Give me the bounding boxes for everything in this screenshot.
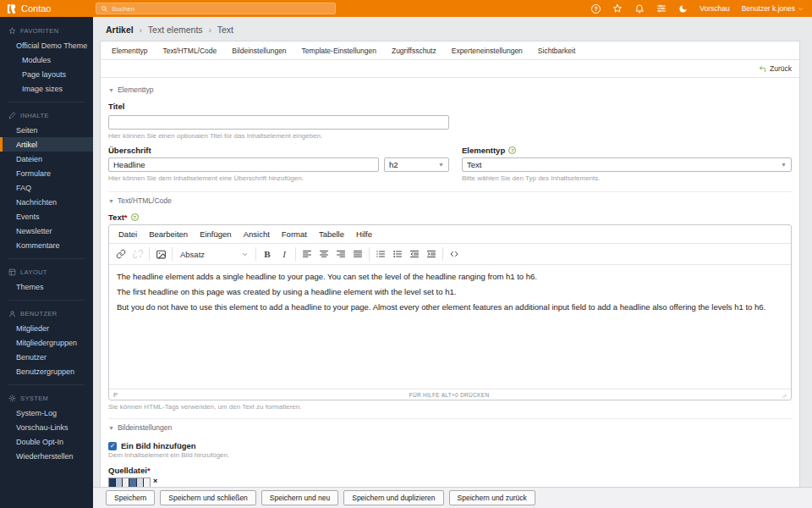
sidebar-item-faq[interactable]: FAQ: [0, 180, 93, 195]
align-center-icon[interactable]: [315, 246, 332, 262]
menu-ansicht[interactable]: Ansicht: [238, 225, 276, 243]
ueberschrift-level-select[interactable]: h2 ▼: [384, 157, 449, 172]
unlink-icon[interactable]: [129, 246, 146, 262]
sidebar-item-double-opt-in[interactable]: Double Opt-In: [0, 434, 93, 449]
chevron-down-icon: [242, 251, 248, 257]
numbered-list-icon[interactable]: [389, 246, 406, 262]
bell-icon[interactable]: [634, 3, 645, 14]
sidebar-item-dateien[interactable]: Dateien: [0, 152, 93, 166]
help-circle-icon[interactable]: ?: [508, 146, 516, 154]
favorites-star-icon[interactable]: [612, 3, 623, 14]
sidebar-item-newsletter[interactable]: Newsletter: [0, 224, 93, 238]
format-dropdown[interactable]: Absatz: [175, 246, 253, 262]
outdent-icon[interactable]: [406, 246, 423, 262]
save-and-close-button[interactable]: Speichern und schließen: [160, 490, 256, 505]
sidebar-item-mitgliedergruppen[interactable]: Mitgliedergruppen: [0, 335, 93, 350]
indent-icon[interactable]: [423, 246, 440, 262]
pencil-icon: [8, 112, 16, 119]
sidebar-item-official-demo-theme[interactable]: Official Demo Theme: [0, 38, 93, 52]
top-right-cluster: ? Vorschau Benutzer k.jones: [591, 3, 812, 14]
sidebar-item-seiten[interactable]: Seiten: [0, 123, 93, 137]
breadcrumb-separator: ›: [140, 25, 143, 35]
image-icon[interactable]: [152, 246, 169, 262]
link-icon[interactable]: [112, 246, 129, 262]
sidebar-divider: [8, 384, 85, 385]
sidebar-item-nachrichten[interactable]: Nachrichten: [0, 195, 93, 209]
align-left-icon[interactable]: [299, 246, 315, 262]
search-input[interactable]: [112, 5, 331, 13]
save-and-new-button[interactable]: Speichern und neu: [261, 490, 338, 505]
search-box[interactable]: [96, 3, 336, 14]
help-circle-icon[interactable]: ?: [131, 213, 139, 221]
help-icon[interactable]: ?: [591, 4, 601, 14]
sidebar-item-modules[interactable]: Modules: [0, 52, 93, 67]
editor-help-hint: FÜR HILFE ALT+0 DRÜCKEN: [118, 392, 781, 398]
sidebar-item-artikel[interactable]: Artikel: [0, 137, 93, 152]
preferences-sliders-icon[interactable]: [656, 3, 667, 14]
elementtyp-select[interactable]: Text ▼: [462, 157, 792, 172]
tab-template-einstellungen[interactable]: Template-Einstellungen: [294, 41, 384, 59]
sidebar-item-themes[interactable]: Themes: [0, 279, 93, 294]
sidebar-divider: [8, 300, 85, 301]
tab-bildeinstellungen[interactable]: Bildeinstellungen: [224, 41, 294, 59]
add-image-help: Dem Inhaltselement ein Bild hinzufügen.: [108, 451, 792, 459]
contao-logo[interactable]: Contao: [0, 3, 93, 14]
tab-sichtbarkeit[interactable]: Sichtbarkeit: [530, 41, 583, 59]
section-header-bildeinstellungen[interactable]: ▼ Bildeinstellungen: [108, 419, 792, 435]
titel-input[interactable]: [108, 115, 449, 130]
sidebar-item-benutzer[interactable]: Benutzer: [0, 350, 93, 364]
delete-x-icon[interactable]: ×: [153, 478, 157, 485]
code-icon[interactable]: [446, 246, 463, 262]
logo-text: Contao: [21, 3, 51, 14]
tab-zugriffsschutz[interactable]: Zugriffsschutz: [384, 41, 444, 59]
back-link[interactable]: Zurück: [759, 64, 792, 73]
section-header-text-html-code[interactable]: ▼ Text/HTML/Code: [108, 192, 792, 208]
sidebar-item-kommentare[interactable]: Kommentare: [0, 238, 93, 252]
dark-mode-moon-icon[interactable]: [678, 4, 688, 14]
save-button[interactable]: Speichern: [106, 490, 155, 505]
tab-elementtyp[interactable]: Elementtyp: [104, 41, 156, 59]
align-right-icon[interactable]: [332, 246, 349, 262]
tab-text-html-code[interactable]: Text/HTML/Code: [156, 41, 225, 59]
add-image-checkbox[interactable]: ✓: [108, 442, 117, 450]
save-and-duplicate-button[interactable]: Speichern und duplizieren: [343, 490, 443, 505]
user-icon: [8, 310, 16, 318]
back-arrow-icon: [759, 65, 766, 73]
section-collapse-icon: ▼: [108, 425, 114, 431]
bold-icon[interactable]: B: [259, 246, 276, 262]
editor-toolbar: Absatz B I: [109, 244, 791, 265]
tab-experteneinstellungen[interactable]: Experteneinstellungen: [444, 41, 530, 59]
breadcrumb-root[interactable]: Artikel: [106, 25, 134, 35]
resize-handle-icon[interactable]: [781, 392, 787, 398]
italic-icon[interactable]: I: [276, 246, 293, 262]
menu-tabelle[interactable]: Tabelle: [313, 225, 350, 243]
menu-hilfe[interactable]: Hilfe: [350, 225, 378, 243]
menu-format[interactable]: Format: [276, 225, 313, 243]
ueberschrift-input[interactable]: [108, 157, 379, 172]
toolbar-separator: [442, 247, 443, 261]
menu-datei[interactable]: Datei: [112, 225, 143, 243]
sidebar-item-image-sizes[interactable]: Image sizes: [0, 81, 93, 96]
sidebar-item-benutzergruppen[interactable]: Benutzergruppen: [0, 364, 93, 378]
menu-einfuegen[interactable]: Einfügen: [194, 225, 238, 243]
align-justify-icon[interactable]: [349, 246, 366, 262]
section-collapse-icon: ▼: [108, 87, 114, 93]
rich-text-editor: Datei Bearbeiten Einfügen Ansicht Format…: [108, 224, 792, 400]
sidebar-item-system-log[interactable]: System-Log: [0, 406, 93, 420]
gear-icon: [8, 395, 16, 402]
editor-content[interactable]: The headline element adds a single headl…: [109, 265, 791, 389]
save-and-back-button[interactable]: Speichern und zurück: [449, 490, 535, 505]
sidebar-item-wiederherstellen[interactable]: Wiederherstellen: [0, 449, 93, 463]
menu-bearbeiten[interactable]: Bearbeiten: [143, 225, 194, 243]
sidebar-item-vorschau-links[interactable]: Vorschau-Links: [0, 420, 93, 434]
sidebar-item-mitglieder[interactable]: Mitglieder: [0, 321, 93, 335]
sidebar-item-page-layouts[interactable]: Page layouts: [0, 67, 93, 81]
preview-link[interactable]: Vorschau: [700, 4, 729, 13]
user-menu[interactable]: Benutzer k.jones: [742, 4, 804, 13]
breadcrumb-level1[interactable]: Text elements: [148, 25, 203, 35]
contao-logo-icon: [6, 3, 17, 14]
sidebar-item-events[interactable]: Events: [0, 209, 93, 224]
bullet-list-icon[interactable]: [372, 246, 389, 262]
sidebar-item-formulare[interactable]: Formulare: [0, 166, 93, 180]
section-header-elementtyp[interactable]: ▼ Elementtyp: [108, 78, 792, 97]
